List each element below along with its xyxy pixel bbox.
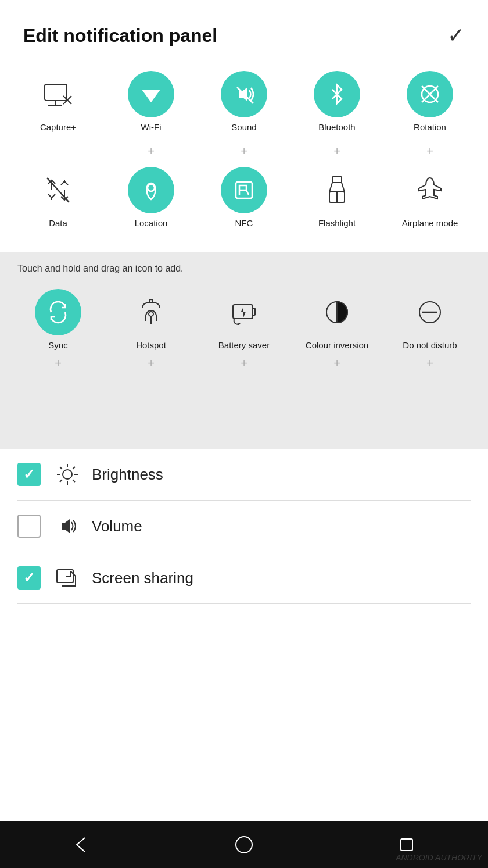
icon-item-wifi[interactable]: Wi-Fi bbox=[105, 65, 198, 138]
do-not-disturb-label: Do not disturb bbox=[403, 340, 457, 351]
add-button-battery[interactable]: + bbox=[241, 358, 247, 369]
battery-saver-icon bbox=[221, 289, 267, 335]
confirm-button[interactable]: ✓ bbox=[447, 23, 465, 48]
add-button-4[interactable]: + bbox=[333, 145, 340, 157]
nfc-label: NFC bbox=[235, 218, 253, 228]
rotation-label: Rotation bbox=[414, 122, 446, 133]
svg-line-15 bbox=[47, 178, 69, 202]
settings-row-screen-sharing[interactable]: Screen sharing bbox=[17, 552, 471, 604]
icon-item-hotspot[interactable]: Hotspot bbox=[105, 283, 198, 356]
plus-row-1: + + + + bbox=[12, 144, 476, 158]
svg-line-18 bbox=[246, 190, 249, 195]
page-title: Edit notification panel bbox=[23, 25, 217, 47]
nfc-icon bbox=[221, 167, 267, 213]
svg-line-38 bbox=[60, 480, 62, 482]
icon-item-location[interactable]: Location bbox=[105, 161, 198, 234]
screen-sharing-icon bbox=[55, 565, 80, 591]
add-button-5[interactable]: + bbox=[426, 145, 433, 157]
screen-sharing-label: Screen sharing bbox=[92, 569, 193, 587]
brightness-icon bbox=[55, 462, 80, 487]
plus-cell-4[interactable]: + bbox=[290, 144, 383, 158]
icon-item-bluetooth[interactable]: Bluetooth bbox=[290, 65, 383, 138]
data-label: Data bbox=[49, 218, 67, 228]
volume-checkbox[interactable] bbox=[17, 515, 41, 538]
icon-item-do-not-disturb[interactable]: Do not disturb bbox=[383, 283, 476, 356]
add-button-hotspot[interactable]: + bbox=[148, 358, 155, 369]
icon-item-nfc[interactable]: NFC bbox=[198, 161, 290, 234]
flashlight-icon bbox=[314, 167, 360, 213]
settings-row-volume[interactable]: Volume bbox=[17, 501, 471, 552]
battery-saver-label: Battery saver bbox=[218, 340, 270, 351]
svg-marker-39 bbox=[62, 519, 70, 533]
svg-line-37 bbox=[73, 467, 75, 469]
home-button[interactable] bbox=[234, 834, 254, 855]
sync-label: Sync bbox=[48, 340, 67, 351]
plus-cell-3[interactable]: + bbox=[198, 144, 290, 158]
svg-rect-0 bbox=[45, 84, 67, 101]
plus-inactive-1[interactable]: + bbox=[12, 356, 105, 370]
drag-spacer bbox=[12, 373, 476, 443]
inactive-icon-grid: Sync Hotspot bbox=[12, 283, 476, 356]
wifi-icon bbox=[128, 71, 174, 117]
svg-rect-26 bbox=[253, 308, 255, 315]
add-button-dnd[interactable]: + bbox=[426, 358, 433, 369]
data-icon bbox=[35, 167, 81, 213]
active-icon-grid-2: Data Location bbox=[12, 161, 476, 234]
location-label: Location bbox=[135, 218, 168, 228]
watermark: ANDROID AUTHORITY bbox=[396, 853, 482, 862]
plus-cell-1 bbox=[12, 144, 105, 158]
plus-inactive-2[interactable]: + bbox=[105, 356, 198, 370]
screen-sharing-checkbox[interactable] bbox=[17, 566, 41, 590]
settings-row-brightness[interactable]: Brightness bbox=[17, 449, 471, 501]
add-button-2[interactable]: + bbox=[148, 145, 155, 157]
icon-item-colour-inversion[interactable]: Colour inversion bbox=[290, 283, 383, 356]
add-button-inversion[interactable]: + bbox=[333, 358, 340, 369]
icon-item-capture-plus[interactable]: Capture+ bbox=[12, 65, 105, 138]
icon-item-rotation[interactable]: Rotation bbox=[383, 65, 476, 138]
plus-inactive-3[interactable]: + bbox=[198, 356, 290, 370]
plus-cell-2[interactable]: + bbox=[105, 144, 198, 158]
icon-item-flashlight[interactable]: Flashlight bbox=[290, 161, 383, 234]
colour-inversion-label: Colour inversion bbox=[306, 340, 368, 351]
brightness-checkbox[interactable] bbox=[17, 463, 41, 486]
wifi-label: Wi-Fi bbox=[141, 122, 162, 133]
back-button[interactable] bbox=[71, 834, 92, 855]
svg-point-44 bbox=[236, 837, 252, 853]
recents-button[interactable] bbox=[396, 834, 417, 855]
svg-marker-5 bbox=[142, 90, 160, 102]
sound-label: Sound bbox=[231, 122, 256, 133]
plus-inactive-5[interactable]: + bbox=[383, 356, 476, 370]
page-wrapper: Edit notification panel ✓ Capture+ bbox=[0, 0, 488, 868]
add-button-3[interactable]: + bbox=[241, 145, 247, 157]
svg-line-35 bbox=[60, 467, 62, 469]
drag-section: Touch and hold and drag an icon to add. … bbox=[0, 252, 488, 449]
volume-label: Volume bbox=[92, 517, 142, 535]
flashlight-label: Flashlight bbox=[318, 218, 356, 228]
do-not-disturb-icon bbox=[407, 289, 453, 335]
plus-inactive-4[interactable]: + bbox=[290, 356, 383, 370]
airplane-label: Airplane mode bbox=[402, 218, 458, 228]
capture-plus-icon bbox=[35, 71, 81, 117]
icon-item-sync[interactable]: Sync bbox=[12, 283, 105, 356]
settings-section: Brightness Volume bbox=[0, 449, 488, 604]
plus-row-inactive: + + + + + bbox=[12, 356, 476, 370]
bluetooth-icon bbox=[314, 71, 360, 117]
active-section: Capture+ Wi-Fi bbox=[0, 59, 488, 252]
svg-point-24 bbox=[149, 299, 153, 303]
hotspot-label: Hotspot bbox=[136, 340, 166, 351]
capture-plus-label: Capture+ bbox=[40, 122, 76, 133]
icon-item-data[interactable]: Data bbox=[12, 161, 105, 234]
airplane-icon bbox=[407, 167, 453, 213]
svg-rect-19 bbox=[332, 177, 342, 183]
plus-cell-5[interactable]: + bbox=[383, 144, 476, 158]
add-button-sync[interactable]: + bbox=[55, 358, 62, 369]
icon-item-sound[interactable]: Sound bbox=[198, 65, 290, 138]
svg-point-30 bbox=[63, 470, 72, 479]
icon-item-airplane[interactable]: Airplane mode bbox=[383, 161, 476, 234]
rotation-icon bbox=[407, 71, 453, 117]
svg-point-22 bbox=[149, 312, 153, 316]
location-icon bbox=[128, 167, 174, 213]
svg-point-16 bbox=[148, 184, 155, 191]
colour-inversion-icon bbox=[314, 289, 360, 335]
icon-item-battery-saver[interactable]: Battery saver bbox=[198, 283, 290, 356]
